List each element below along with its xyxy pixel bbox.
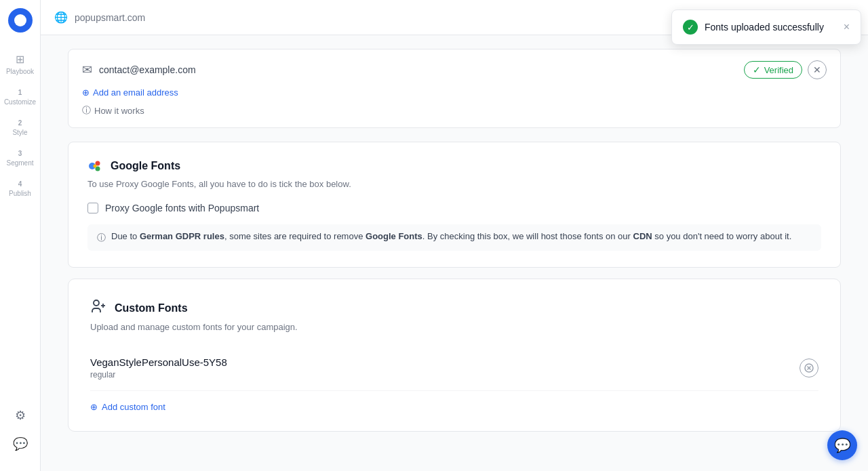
globe-icon: 🌐: [54, 11, 68, 24]
remove-email-button[interactable]: ✕: [808, 60, 827, 79]
content-area: ✉ contact@example.com ✓ Verified ✕ ⊕ Add…: [41, 35, 868, 471]
gdpr-info-row: ⓘ Due to German GDPR rules, some sites a…: [87, 224, 821, 251]
toast-close-button[interactable]: ×: [844, 21, 850, 33]
info-icon: ⓘ: [82, 104, 91, 117]
proxy-fonts-checkbox-row: Proxy Google fonts with Popupsmart: [87, 203, 821, 213]
email-icon: ✉: [82, 62, 92, 77]
how-it-works-label: How it works: [94, 106, 144, 116]
verified-check-icon: ✓: [753, 64, 761, 75]
info-icon: ⓘ: [97, 232, 106, 244]
cdn-bold: CDN: [633, 231, 652, 241]
sidebar-item-customize[interactable]: 1 Customize: [0, 82, 40, 112]
verified-label: Verified: [764, 65, 793, 75]
email-row: ✉ contact@example.com ✓ Verified ✕: [82, 60, 827, 79]
settings-icon[interactable]: ⚙: [9, 405, 31, 426]
sidebar-bottom: ⚙ 💬: [9, 405, 31, 463]
custom-fonts-section: Custom Fonts Upload and manage custom fo…: [68, 279, 841, 432]
step-num: 3: [18, 150, 22, 157]
delete-font-button[interactable]: [800, 359, 818, 377]
font-info: VeganStylePersonalUse-5Y58 regular: [90, 356, 227, 380]
sidebar-item-segment[interactable]: 3 Segment: [0, 143, 40, 173]
gdpr-info-text: Due to German GDPR rules, some sites are…: [111, 231, 791, 241]
sidebar-item-label: Publish: [9, 190, 31, 197]
chat-icon[interactable]: 💬: [9, 433, 31, 455]
add-font-link[interactable]: ⊕ Add custom font: [90, 402, 818, 412]
toast-message: Fonts uploaded successfully: [705, 22, 837, 33]
google-fonts-title: Google Fonts: [111, 160, 180, 172]
sidebar: ⊞ Playbook 1 Customize 2 Style 3 Segment…: [0, 0, 41, 471]
google-fonts-section: Google Fonts To use Proxy Google Fonts, …: [68, 142, 841, 268]
sidebar-item-publish[interactable]: 4 Publish: [0, 173, 40, 204]
google-fonts-desc: To use Proxy Google Fonts, all you have …: [87, 179, 821, 189]
custom-fonts-title: Custom Fonts: [115, 302, 188, 314]
step-num: 1: [18, 89, 22, 96]
sidebar-nav: ⊞ Playbook 1 Customize 2 Style 3 Segment…: [0, 46, 40, 405]
toast-check-icon: ✓: [683, 20, 698, 35]
email-actions: ✓ Verified ✕: [744, 60, 827, 79]
playbook-icon: ⊞: [16, 53, 24, 66]
sidebar-item-label: Style: [12, 129, 27, 136]
add-email-label: Add an email address: [93, 87, 178, 98]
font-name: VeganStylePersonalUse-5Y58: [90, 356, 227, 368]
add-email-link[interactable]: ⊕ Add an email address: [82, 87, 827, 98]
sidebar-item-label: Segment: [6, 159, 33, 167]
chat-button-icon: 💬: [834, 437, 851, 453]
google-fonts-header: Google Fonts: [87, 159, 821, 173]
email-value: contact@example.com: [99, 64, 196, 75]
svg-point-4: [94, 300, 99, 306]
google-fonts-icon: [87, 159, 102, 173]
google-fonts-bold: Google Fonts: [366, 231, 422, 241]
step-num: 4: [18, 180, 22, 188]
custom-fonts-header: Custom Fonts: [90, 298, 818, 318]
proxy-fonts-checkbox[interactable]: [87, 203, 98, 213]
font-style: regular: [90, 370, 227, 380]
proxy-fonts-label: Proxy Google fonts with Popupsmart: [105, 203, 259, 213]
verified-badge: ✓ Verified: [744, 61, 802, 79]
email-section: ✉ contact@example.com ✓ Verified ✕ ⊕ Add…: [68, 49, 841, 128]
step-num: 2: [18, 119, 22, 127]
font-list-item: VeganStylePersonalUse-5Y58 regular: [90, 346, 818, 391]
sidebar-item-label: Playbook: [6, 68, 34, 75]
app-logo[interactable]: [8, 8, 33, 33]
email-left: ✉ contact@example.com: [82, 62, 196, 77]
how-it-works-link[interactable]: ⓘ How it works: [82, 104, 827, 117]
add-font-icon: ⊕: [90, 402, 98, 412]
svg-point-3: [94, 165, 97, 168]
toast-notification: ✓ Fonts uploaded successfully ×: [671, 9, 861, 45]
sidebar-item-style[interactable]: 2 Style: [0, 112, 40, 143]
sidebar-item-label: Customize: [4, 98, 36, 106]
main-content: 🌐 popupsmart.com ✉ contact@example.com ✓…: [41, 0, 868, 471]
add-icon: ⊕: [82, 87, 90, 98]
topbar-title: popupsmart.com: [75, 12, 145, 23]
gdpr-bold: German GDPR rules: [140, 231, 224, 241]
logo-inner: [14, 14, 26, 26]
sidebar-item-playbook[interactable]: ⊞ Playbook: [0, 46, 40, 82]
custom-fonts-icon: [90, 298, 106, 318]
add-font-label: Add custom font: [102, 402, 165, 412]
chat-button[interactable]: 💬: [827, 430, 857, 460]
custom-fonts-desc: Upload and manage custom fonts for your …: [90, 322, 818, 332]
